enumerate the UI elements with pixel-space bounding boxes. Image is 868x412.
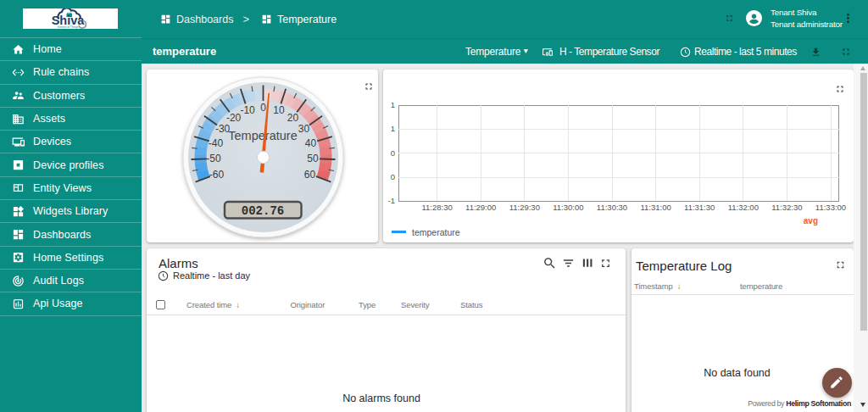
svg-text:avg: avg [804,216,818,225]
svg-text:60: 60 [304,169,316,181]
svg-text:11:31:30: 11:31:30 [684,203,715,212]
svg-text:-40: -40 [209,137,224,149]
svg-text:temperature: temperature [412,227,460,237]
svg-text:30: 30 [298,123,310,135]
svg-text:-60: -60 [209,169,225,181]
svg-text:40: 40 [305,137,317,149]
svg-text:20: 20 [287,112,299,124]
svg-text:0: 0 [260,102,266,114]
svg-text:Temperature: Temperature [228,129,297,142]
svg-text:10: 10 [273,104,285,116]
svg-text:11:29:30: 11:29:30 [509,203,540,212]
svg-text:-10: -10 [240,104,255,116]
svg-text:50: 50 [307,153,319,164]
svg-text:11:30:30: 11:30:30 [597,203,627,212]
svg-text:0: 0 [391,172,395,181]
svg-text:002.76: 002.76 [242,204,284,218]
svg-text:1: 1 [391,100,395,109]
svg-text:11:33:00: 11:33:00 [815,203,846,212]
svg-text:-50: -50 [206,153,221,164]
svg-text:-1: -1 [388,196,395,205]
svg-text:11:29:00: 11:29:00 [465,203,496,212]
svg-text:11:31:00: 11:31:00 [640,203,670,212]
svg-text:11:32:00: 11:32:00 [728,203,759,212]
svg-text:0: 0 [391,148,395,158]
svg-text:11:28:30: 11:28:30 [421,203,452,212]
svg-text:11:32:30: 11:32:30 [771,203,802,212]
svg-text:1: 1 [391,124,395,133]
svg-text:-20: -20 [226,112,242,124]
svg-text:Internet of Things: Internet of Things [58,25,79,29]
svg-text:11:30:00: 11:30:00 [553,203,583,212]
